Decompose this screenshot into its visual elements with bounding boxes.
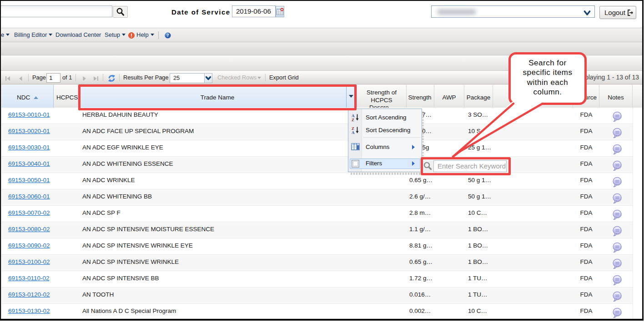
- svg-text:A: A: [352, 130, 355, 134]
- svg-text:Z: Z: [352, 118, 354, 122]
- svg-text:?: ?: [167, 33, 169, 38]
